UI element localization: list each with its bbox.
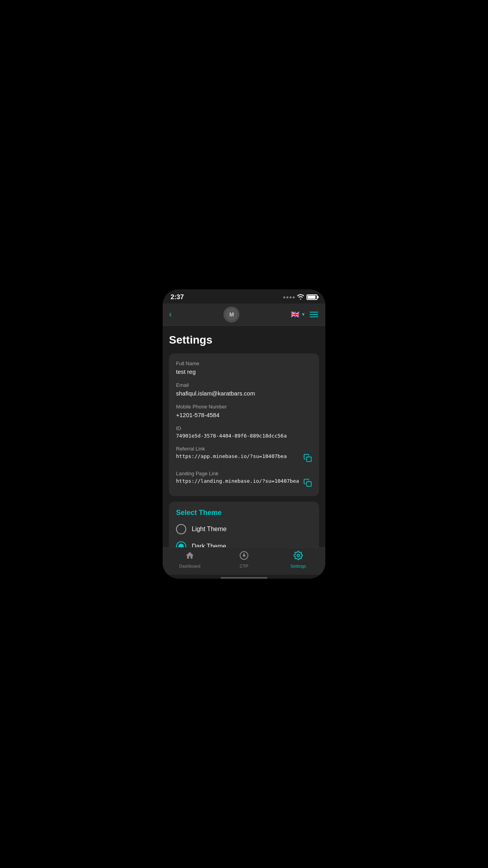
landing-label: Landing Page Link [176,471,312,476]
signal-icon [283,296,295,298]
email-label: Email [176,382,312,388]
flag-icon: 🇬🇧 [291,310,299,319]
nav-right: 🇬🇧 ▼ [291,310,319,319]
dark-theme-option[interactable]: Dark Theme [176,541,312,547]
referral-field: Referral Link https://app.minebase.io/?s… [176,446,312,464]
referral-row: https://app.minebase.io/?su=10407bea [176,453,312,464]
page-title: Settings [169,334,319,346]
light-theme-radio[interactable] [176,524,186,534]
email-value: shafiqul.islam@karatbars.com [176,389,312,397]
full-name-value: test reg [176,368,312,376]
ctp-label: CTP [240,564,248,568]
nav-item-dashboard[interactable]: Dashboard [176,551,204,568]
landing-row: https://landing.minebase.io/?su=10407bea [176,478,312,489]
settings-icon [294,551,303,563]
battery-icon [306,294,317,300]
status-time: 2:37 [171,293,184,301]
top-nav: ‹ M 🇬🇧 ▼ [163,303,325,326]
status-icons [283,294,317,301]
back-button[interactable]: ‹ [169,310,172,319]
theme-card: Select Theme Light Theme Dark Theme [169,502,319,547]
svg-text:M: M [229,311,233,318]
dark-theme-label: Dark Theme [192,543,226,547]
phone-label: Mobile Phone Number [176,404,312,410]
logo-inner: M [224,307,238,322]
landing-field: Landing Page Link https://landing.mineba… [176,471,312,489]
light-theme-label: Light Theme [192,526,227,533]
wifi-icon [297,294,304,301]
app-logo: M [224,307,239,322]
copy-referral-button[interactable] [303,454,312,464]
dark-theme-radio[interactable] [176,541,186,547]
theme-card-title: Select Theme [176,509,312,517]
nav-item-ctp[interactable]: CTP [230,551,258,568]
hamburger-menu-button[interactable] [309,311,319,318]
dashboard-icon [185,551,194,563]
svg-rect-4 [306,482,311,486]
copy-landing-button[interactable] [303,478,312,489]
full-name-field: Full Name test reg [176,360,312,376]
nav-item-settings[interactable]: Settings [284,551,312,568]
bottom-nav: Dashboard CTP Settings [163,547,325,575]
referral-label: Referral Link [176,446,312,452]
dark-theme-radio-fill [178,544,184,547]
full-name-label: Full Name [176,360,312,366]
phone-value: +1201-578-4584 [176,411,312,419]
light-theme-option[interactable]: Light Theme [176,524,312,534]
settings-label: Settings [290,564,306,568]
dropdown-arrow-icon: ▼ [301,312,306,317]
svg-point-6 [243,554,245,557]
phone-frame: 2:37 ‹ M [163,289,325,579]
phone-field: Mobile Phone Number +1201-578-4584 [176,404,312,419]
referral-value: https://app.minebase.io/?su=10407bea [176,453,300,460]
id-field: ID 74901e5d-3578-4404-89f6-889c18dcc56a [176,425,312,440]
svg-rect-3 [306,457,311,462]
bottom-indicator [220,577,268,579]
info-card: Full Name test reg Email shafiqul.islam@… [169,353,319,496]
main-content: Settings Full Name test reg Email shafiq… [163,326,325,547]
email-field: Email shafiqul.islam@karatbars.com [176,382,312,397]
dashboard-label: Dashboard [179,564,200,568]
landing-value: https://landing.minebase.io/?su=10407bea [176,478,300,485]
svg-point-7 [297,554,299,557]
id-value: 74901e5d-3578-4404-89f6-889c18dcc56a [176,432,312,440]
id-label: ID [176,425,312,431]
language-selector[interactable]: 🇬🇧 ▼ [291,310,306,319]
status-bar: 2:37 [163,289,325,303]
ctp-icon [239,551,249,563]
